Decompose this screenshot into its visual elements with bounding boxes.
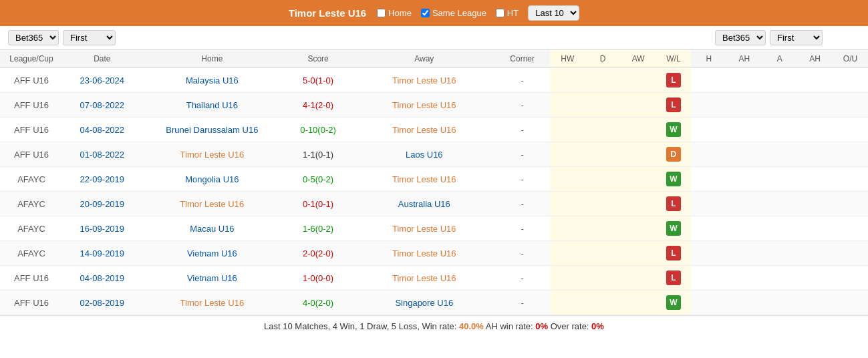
table-row: AFAYC 14-09-2019 Vietnam U16 2-0(2-0) Ti… [0,241,868,266]
hw-cell [550,216,585,241]
home-team-link[interactable]: Timor Leste U16 [180,298,245,308]
bookmaker1-select[interactable]: Bet365 [8,30,59,45]
ah2-cell [797,241,833,266]
away-team-link[interactable]: Timor Leste U16 [392,75,456,85]
home-team-name[interactable]: Macau U16 [190,224,234,234]
ou-cell [833,142,868,167]
ah2-cell [797,68,833,93]
score-cell: 4-1(2-0) [283,93,353,118]
d-cell [585,192,621,216]
score-cell: 5-0(1-0) [283,68,353,93]
ah2-cell [797,266,833,291]
away-team-link[interactable]: Timor Leste U16 [392,248,456,258]
wl-cell: W [656,118,692,142]
h-cell [691,291,726,315]
d-cell [585,216,621,241]
home-team-link[interactable]: Timor Leste U16 [180,150,245,160]
a-cell [762,118,797,142]
aw-cell [621,68,656,93]
home-team-link[interactable]: Timor Leste U16 [180,199,245,209]
date-cell: 02-08-2019 [63,291,142,315]
away-team-link[interactable]: Timor Leste U16 [392,224,456,234]
ou-cell [833,291,868,315]
home-team-name[interactable]: Malaysia U16 [186,75,239,85]
away-team-link[interactable]: Timor Leste U16 [392,174,456,184]
a-cell [762,216,797,241]
last-select[interactable]: Last 10 Last 20 Last 30 [528,5,579,21]
col-date: Date [63,50,142,68]
bookmaker2-select[interactable]: Bet365 [715,30,766,45]
a-cell [762,266,797,291]
away-team-name[interactable]: Singapore U16 [395,298,453,308]
wl-cell: W [656,291,692,315]
first1-select[interactable]: First Second [63,30,116,45]
d-cell [585,142,621,167]
home-cell: Macau U16 [142,216,283,241]
ou-cell [833,266,868,291]
corner-cell: - [495,192,550,216]
score-cell: 0-10(0-2) [283,118,353,142]
home-team-name[interactable]: Thailand U16 [186,100,238,110]
away-team-link[interactable]: Timor Leste U16 [392,273,456,283]
controls-left: Bet365 First Second [8,30,116,45]
league-cell: AFF U16 [0,142,63,167]
ah-cell [726,192,762,216]
date-cell: 01-08-2022 [63,142,142,167]
table-row: AFF U16 23-06-2024 Malaysia U16 5-0(1-0)… [0,68,868,93]
corner-cell: - [495,291,550,315]
wl-badge: L [666,271,681,285]
d-cell [585,93,621,118]
home-cell: Thailand U16 [142,93,283,118]
same-league-checkbox-label[interactable]: Same League [421,8,486,18]
home-checkbox-label[interactable]: Home [377,8,412,18]
ah2-cell [797,216,833,241]
table-row: AFAYC 16-09-2019 Macau U16 1-6(0-2) Timo… [0,216,868,241]
ht-checkbox-label[interactable]: HT [496,8,519,18]
ou-cell [833,93,868,118]
column-headers: League/Cup Date Home Score Away Corner H… [0,50,868,68]
h-cell [691,167,726,192]
controls-right: Bet365 First Second [715,30,860,45]
home-team-name[interactable]: Vietnam U16 [187,248,237,258]
wl-badge: W [666,295,681,310]
away-cell: Timor Leste U16 [353,216,495,241]
h-cell [691,241,726,266]
wl-badge: W [666,122,681,137]
date-cell: 07-08-2022 [63,93,142,118]
away-team-name[interactable]: Laos U16 [406,150,443,160]
same-league-checkbox[interactable] [421,9,430,17]
home-cell: Vietnam U16 [142,241,283,266]
aw-cell [621,291,656,315]
wl-cell: L [656,192,692,216]
ah-cell [726,167,762,192]
ht-checkbox[interactable] [496,9,504,17]
away-team-link[interactable]: Timor Leste U16 [392,100,456,110]
score-cell: 1-0(0-0) [283,266,353,291]
col-h: H [691,50,726,68]
a-cell [762,192,797,216]
hw-cell [550,118,585,142]
home-cell: Timor Leste U16 [142,192,283,216]
home-checkbox[interactable] [377,9,386,17]
ah2-cell [797,291,833,315]
table-row: AFF U16 01-08-2022 Timor Leste U16 1-1(0… [0,142,868,167]
corner-cell: - [495,216,550,241]
first2-select[interactable]: First Second [770,30,823,45]
home-team-name[interactable]: Brunei Darussalam U16 [166,125,258,135]
date-cell: 04-08-2022 [63,118,142,142]
away-cell: Singapore U16 [353,291,495,315]
a-cell [762,142,797,167]
ah-cell [726,216,762,241]
corner-cell: - [495,142,550,167]
h-cell [691,68,726,93]
away-team-name[interactable]: Australia U16 [398,199,450,209]
home-cell: Timor Leste U16 [142,142,283,167]
aw-cell [621,142,656,167]
home-team-name[interactable]: Vietnam U16 [187,273,237,283]
wl-badge: L [666,196,681,211]
away-cell: Timor Leste U16 [353,241,495,266]
over-rate: 0% [591,321,604,331]
corner-cell: - [495,241,550,266]
away-team-link[interactable]: Timor Leste U16 [392,125,456,135]
home-team-name[interactable]: Mongolia U16 [185,174,239,184]
